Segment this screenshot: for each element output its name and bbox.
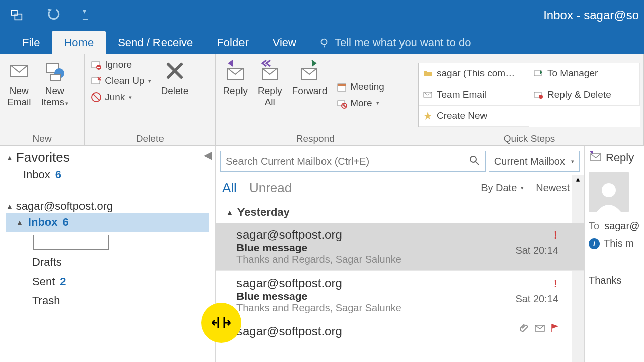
group-label-respond: Respond [219, 132, 412, 144]
outlook-app-icon [10, 8, 24, 22]
junk-label: Junk [105, 92, 125, 103]
cleanup-label: Clean Up [105, 75, 144, 86]
meeting-button[interactable]: Meeting [333, 79, 387, 95]
group-label-quicksteps: Quick Steps [418, 132, 640, 144]
date-group-header[interactable]: ▲ Yesterday [216, 202, 584, 223]
tab-view[interactable]: View [261, 31, 308, 54]
svg-rect-15 [338, 84, 346, 86]
importance-icon: ! [554, 229, 557, 242]
flag-icon[interactable] [550, 323, 559, 335]
reading-reply-button[interactable]: Reply [589, 151, 640, 165]
qs-item-1[interactable]: To Manager [529, 63, 640, 84]
caret-down-icon: ▲ [226, 208, 233, 216]
tab-folder[interactable]: Folder [205, 31, 260, 54]
sender-avatar [589, 172, 629, 212]
group-label-new: New [3, 132, 81, 144]
filter-unread[interactable]: Unread [249, 180, 292, 196]
search-scope-dropdown[interactable]: Current Mailbox ▾ [489, 151, 580, 172]
lightbulb-icon [318, 37, 330, 48]
new-email-label: New Email [7, 85, 31, 108]
sort-by-dropdown[interactable]: By Date▾ [481, 182, 524, 194]
svg-point-23 [470, 156, 476, 162]
filter-all[interactable]: All [222, 180, 237, 196]
folder-icon [423, 68, 433, 78]
favorites-heading[interactable]: ▲ Favorites [6, 150, 209, 165]
attachment-icon [519, 323, 529, 335]
meeting-icon [336, 81, 347, 93]
reply-icon [589, 151, 602, 165]
nav-sent[interactable]: Sent 2 [6, 272, 209, 291]
info-text: This m [604, 238, 634, 249]
ignore-icon [91, 59, 102, 70]
nav-inbox[interactable]: ▲ Inbox 6 [6, 213, 209, 232]
scroll-up-icon[interactable]: ▴ [572, 175, 584, 187]
caret-down-icon: ▲ [6, 154, 13, 162]
more-icon [336, 98, 347, 109]
search-icon[interactable] [469, 155, 480, 168]
ignore-label: Ignore [105, 59, 132, 70]
ignore-button[interactable]: Ignore [88, 57, 154, 72]
svg-rect-0 [11, 11, 17, 15]
message-from: sagar@softpost.org [236, 276, 574, 290]
folder-rename-input[interactable] [33, 235, 109, 250]
junk-button[interactable]: Junk▾ [88, 89, 154, 105]
search-box[interactable] [220, 151, 486, 172]
nav-fav-inbox[interactable]: Inbox 6 [6, 165, 209, 185]
message-from: sagar@softpost.org [236, 228, 574, 242]
account-heading[interactable]: ▲ sagar@softpost.org [6, 200, 209, 213]
tab-file[interactable]: File [10, 31, 52, 54]
svg-point-2 [321, 39, 327, 45]
meeting-label: Meeting [350, 81, 384, 93]
folder-rename-field[interactable] [33, 235, 209, 250]
tab-send-receive[interactable]: Send / Receive [106, 31, 205, 54]
quick-steps-grid: sagar (This com… To Manager Team Email R… [418, 63, 640, 127]
message-item[interactable]: ! sagar@softpost.org Blue message Sat 20… [216, 271, 584, 319]
collapse-nav-icon[interactable]: ◀ [204, 149, 212, 162]
reading-body-preview: Thanks [589, 275, 640, 286]
title-bar: ▾─ Inbox - sagar@so [0, 0, 644, 30]
tab-home[interactable]: Home [52, 31, 106, 54]
delete-button[interactable]: Delete [156, 57, 192, 132]
reply-button[interactable]: Reply [219, 57, 252, 132]
svg-rect-7 [50, 74, 60, 80]
forward-icon [298, 59, 321, 82]
reply-delete-icon [533, 89, 543, 100]
caret-down-icon: ▲ [16, 218, 23, 226]
qs-item-0[interactable]: sagar (This com… [419, 63, 529, 84]
mail-icon [534, 323, 545, 335]
new-items-button[interactable]: New Items▾ [37, 57, 72, 132]
cleanup-button[interactable]: Clean Up▾ [88, 73, 154, 88]
qat-dropdown-icon[interactable]: ▾─ [83, 7, 88, 23]
nav-trash[interactable]: Trash [6, 291, 209, 310]
window-title: Inbox - sagar@so [543, 8, 639, 22]
svg-line-24 [476, 162, 479, 165]
svg-line-13 [93, 94, 99, 100]
reply-all-label: Reply All [258, 85, 282, 108]
message-time: Sat 20:14 [515, 245, 558, 256]
new-email-button[interactable]: New Email [3, 57, 35, 132]
reading-pane: Reply To sagar@ i This m Thanks [584, 146, 644, 362]
reply-all-button[interactable]: Reply All [254, 57, 286, 132]
qs-item-2[interactable]: Team Email [419, 84, 529, 106]
more-label: More [350, 98, 372, 109]
cleanup-icon [91, 75, 102, 86]
svg-point-27 [602, 183, 616, 197]
undo-icon[interactable] [44, 7, 62, 24]
tell-me-search[interactable]: Tell me what you want to do [308, 31, 471, 54]
to-value: sagar@ [604, 220, 639, 232]
qs-item-4[interactable]: Create New [419, 106, 529, 127]
message-item[interactable]: ! sagar@softpost.org Blue message Sat 20… [216, 223, 584, 271]
nav-pane: ◀ ▲ Favorites Inbox 6 ▲ sagar@softpost.o… [0, 146, 216, 362]
info-icon: i [589, 238, 600, 249]
qs-item-3[interactable]: Reply & Delete [529, 84, 640, 106]
forward-button[interactable]: Forward [288, 57, 332, 132]
search-input[interactable] [226, 156, 469, 167]
new-items-label: New Items▾ [41, 85, 68, 108]
message-time: Sat 20:14 [515, 293, 558, 305]
message-list-pane: Current Mailbox ▾ All Unread By Date▾ Ne… [216, 146, 584, 362]
main-area: ◀ ▲ Favorites Inbox 6 ▲ sagar@softpost.o… [0, 146, 644, 362]
junk-icon [91, 92, 102, 103]
more-button[interactable]: More▾ [333, 96, 387, 111]
nav-drafts[interactable]: Drafts [6, 253, 209, 272]
message-item[interactable]: sagar@softpost.org [216, 319, 584, 343]
